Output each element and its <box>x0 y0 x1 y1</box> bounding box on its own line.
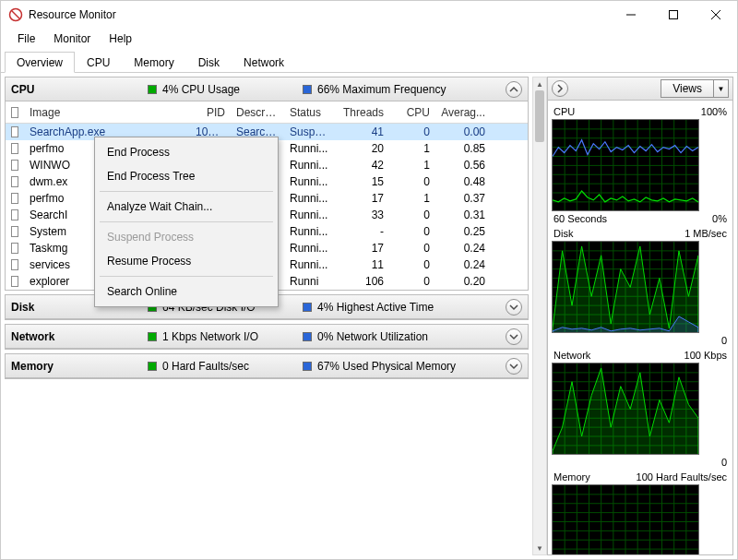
led-icon <box>303 362 312 371</box>
window-title: Resource Monitor <box>29 8 116 21</box>
chart-cpu: CPU100%60 Seconds0% <box>552 106 729 224</box>
window-controls <box>610 1 737 29</box>
chart-area: CPU100%60 Seconds0%Disk1 MB/sec0Network1… <box>547 101 733 555</box>
cm-separator <box>100 191 273 192</box>
net-util-stat: 0% Network Utilization <box>317 330 428 343</box>
menu-help[interactable]: Help <box>101 30 139 47</box>
cell-average: 0.37 <box>435 192 491 205</box>
panel-title: Memory <box>11 360 148 373</box>
col-threads[interactable]: Threads <box>334 106 389 119</box>
row-checkbox[interactable] <box>11 143 18 154</box>
scroll-down-icon[interactable]: ▼ <box>533 542 546 554</box>
col-image[interactable]: Image <box>24 106 190 119</box>
expand-charts-button[interactable] <box>552 80 568 97</box>
cell-cpu: 0 <box>389 258 435 271</box>
cell-cpu: 0 <box>389 275 435 288</box>
expand-button[interactable] <box>506 328 522 345</box>
panel-title: CPU <box>11 83 148 96</box>
cell-threads: 17 <box>334 242 389 255</box>
menu-file[interactable]: File <box>10 30 42 47</box>
row-checkbox[interactable] <box>11 209 18 220</box>
tab-memory[interactable]: Memory <box>122 52 185 73</box>
cell-cpu: 0 <box>389 242 435 255</box>
cell-average: 0.20 <box>435 275 491 288</box>
cell-average: 0.25 <box>435 225 491 238</box>
cell-cpu: 0 <box>389 209 435 221</box>
minimize-button[interactable] <box>610 1 652 29</box>
row-checkbox[interactable] <box>11 259 18 270</box>
views-dropdown[interactable]: Views ▼ <box>661 79 729 98</box>
row-checkbox[interactable] <box>11 176 18 187</box>
col-status[interactable]: Status <box>284 106 334 119</box>
main-area: CPU 4% CPU Usage 66% Maximum Frequency I… <box>1 73 737 559</box>
scroll-up-icon[interactable]: ▲ <box>533 77 546 90</box>
panel-cpu: CPU 4% CPU Usage 66% Maximum Frequency I… <box>5 77 529 291</box>
panel-title: Network <box>11 330 148 343</box>
cell-average: 0.56 <box>435 159 491 172</box>
cell-threads: 17 <box>334 192 389 205</box>
led-icon <box>148 332 157 341</box>
panel-header-network[interactable]: Network 1 Kbps Network I/O 0% Network Ut… <box>6 325 528 349</box>
scroll-thumb[interactable] <box>535 90 544 142</box>
cm-resume-process[interactable]: Resume Process <box>98 249 275 273</box>
app-icon <box>8 7 23 22</box>
chart-canvas <box>552 484 699 555</box>
row-checkbox[interactable] <box>11 226 18 237</box>
cell-average: 0.48 <box>435 175 491 188</box>
tab-disk[interactable]: Disk <box>186 52 232 73</box>
tab-network[interactable]: Network <box>232 52 296 73</box>
col-pid[interactable]: PID <box>190 106 231 119</box>
chart-title: Network <box>554 350 590 361</box>
cell-threads: 33 <box>334 209 389 221</box>
cm-search-online[interactable]: Search Online <box>98 280 275 304</box>
cm-end-process-tree[interactable]: End Process Tree <box>98 164 275 188</box>
expand-button[interactable] <box>506 299 522 316</box>
process-table-header: Image PID Descrip... Status Threads CPU … <box>6 101 528 124</box>
led-icon <box>303 85 312 94</box>
cell-average: 0.24 <box>435 242 491 255</box>
collapse-button[interactable] <box>506 81 522 98</box>
chart-scale-top: 100% <box>701 106 727 117</box>
col-descrip[interactable]: Descrip... <box>231 106 284 119</box>
tab-cpu[interactable]: CPU <box>75 52 122 73</box>
chart-scale-bottom-right: 0 <box>721 335 727 346</box>
left-scrollbar[interactable]: ▲ ▼ <box>532 77 547 555</box>
row-checkbox[interactable] <box>11 160 18 171</box>
cell-threads: 106 <box>334 275 389 288</box>
chart-scale-bottom-left: 60 Seconds <box>554 213 607 224</box>
col-cpu[interactable]: CPU <box>389 106 435 119</box>
close-button[interactable] <box>695 1 737 29</box>
tab-overview[interactable]: Overview <box>5 52 75 73</box>
cell-status: Runni... <box>284 175 334 188</box>
cell-threads: 20 <box>334 142 389 155</box>
row-checkbox[interactable] <box>11 126 18 137</box>
panel-memory: Memory 0 Hard Faults/sec 67% Used Physic… <box>5 353 529 379</box>
led-icon <box>148 362 157 371</box>
row-checkbox[interactable] <box>11 276 18 287</box>
views-label: Views <box>661 79 714 98</box>
cell-status: Runni... <box>284 258 334 271</box>
cm-analyze-wait-chain[interactable]: Analyze Wait Chain... <box>98 195 275 219</box>
checkbox-all[interactable] <box>11 107 18 118</box>
cell-status: Runni... <box>284 192 334 205</box>
expand-button[interactable] <box>506 358 522 375</box>
row-checkbox[interactable] <box>11 243 18 254</box>
row-checkbox[interactable] <box>11 193 18 204</box>
led-icon <box>303 303 312 312</box>
chart-canvas <box>552 119 699 211</box>
maximize-button[interactable] <box>652 1 695 29</box>
cm-end-process[interactable]: End Process <box>98 140 275 164</box>
left-pane: CPU 4% CPU Usage 66% Maximum Frequency I… <box>1 73 547 559</box>
led-icon <box>148 85 157 94</box>
cell-cpu: 1 <box>389 192 435 205</box>
chart-scale-bottom-right: 0 <box>721 457 727 468</box>
menu-bar: File Monitor Help <box>1 29 737 49</box>
cell-cpu: 0 <box>389 175 435 188</box>
col-average[interactable]: Averag... <box>435 106 491 119</box>
chart-memory: Memory100 Hard Faults/sec <box>552 471 729 555</box>
panel-header-cpu[interactable]: CPU 4% CPU Usage 66% Maximum Frequency <box>6 77 528 101</box>
col-check[interactable] <box>6 107 24 118</box>
menu-monitor[interactable]: Monitor <box>46 30 98 47</box>
panel-header-memory[interactable]: Memory 0 Hard Faults/sec 67% Used Physic… <box>6 354 528 378</box>
chart-title: Disk <box>554 228 573 239</box>
